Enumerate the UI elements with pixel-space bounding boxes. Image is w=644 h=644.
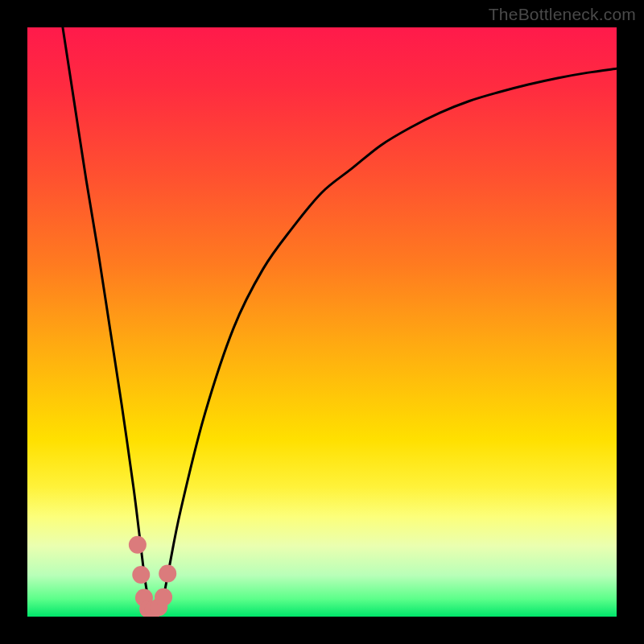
outer-frame: TheBottleneck.com: [0, 0, 644, 644]
watermark-text: TheBottleneck.com: [489, 5, 636, 24]
trough-marker: [159, 565, 176, 583]
curve-layer: [27, 27, 617, 617]
plot-area: [27, 27, 617, 617]
trough-marker: [155, 588, 172, 606]
trough-markers: [129, 536, 176, 617]
trough-marker: [129, 536, 147, 554]
bottleneck-curve: [63, 27, 617, 613]
trough-marker: [132, 566, 150, 584]
